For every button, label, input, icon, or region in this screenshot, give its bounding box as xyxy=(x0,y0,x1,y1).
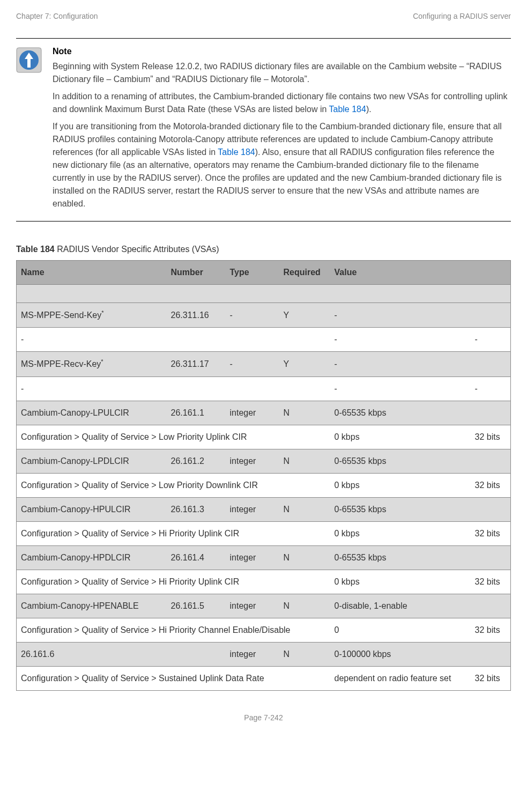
cell-size: 32 bits xyxy=(471,425,511,449)
table-row: Cambium-Canopy-HPULCIR26.161.3integerN0-… xyxy=(17,497,511,521)
table-row: --- xyxy=(17,328,511,352)
cell-number: 26.161.5 xyxy=(167,594,226,618)
cell-size: 32 bits xyxy=(471,570,511,594)
cell-default: - xyxy=(330,377,471,401)
cell-config-path: Configuration > Quality of Service > Hi … xyxy=(17,521,330,545)
cell-number: 26.311.16 xyxy=(167,303,226,328)
note-content: Note Beginning with System Release 12.0.… xyxy=(53,45,511,215)
cell-default: 0 xyxy=(330,618,471,642)
table-caption: Table 184 RADIUS Vendor Specific Attribu… xyxy=(16,243,511,256)
cell-value: 0-65535 kbps xyxy=(330,497,511,521)
cell-required: N xyxy=(279,449,330,473)
cell-config-path: Configuration > Quality of Service > Low… xyxy=(17,425,330,449)
cell-type: integer xyxy=(226,449,279,473)
cell-name: 26.161.6 xyxy=(17,642,167,666)
cell-number xyxy=(167,642,226,666)
cell-type: integer xyxy=(226,642,279,666)
vsa-table: Name Number Type Required Value MS-MPPE-… xyxy=(16,260,511,691)
table-row: Cambium-Canopy-LPDLCIR26.161.2integerN0-… xyxy=(17,449,511,473)
table-row: Cambium-Canopy-HPDLCIR26.161.4integerN0-… xyxy=(17,545,511,570)
note-title: Note xyxy=(53,45,511,58)
cell-name: Cambium-Canopy-HPULCIR xyxy=(17,497,167,521)
table-row: --- xyxy=(17,377,511,401)
table-header-row: Name Number Type Required Value xyxy=(17,261,511,285)
cell-required: N xyxy=(279,545,330,570)
th-required: Required xyxy=(279,261,330,285)
table-row: MS-MPPE-Send-Key*26.311.16-Y- xyxy=(17,303,511,328)
table-row: Configuration > Quality of Service > Hi … xyxy=(17,570,511,594)
th-name: Name xyxy=(17,261,167,285)
note-para-3: If you are transitioning from the Motoro… xyxy=(53,120,511,210)
table-row: Cambium-Canopy-LPULCIR26.161.1integerN0-… xyxy=(17,401,511,425)
cell-config-path: Configuration > Quality of Service > Hi … xyxy=(17,570,330,594)
cell-number: 26.311.17 xyxy=(167,352,226,377)
cell-required: N xyxy=(279,497,330,521)
table-row: MS-MPPE-Recv-Key*26.311.17-Y- xyxy=(17,352,511,377)
table-row xyxy=(17,285,511,303)
footnote-marker: * xyxy=(101,358,103,365)
cell-value: - xyxy=(330,352,511,377)
cell-type: integer xyxy=(226,545,279,570)
cell-required: N xyxy=(279,642,330,666)
note-block: Note Beginning with System Release 12.0.… xyxy=(16,38,511,222)
cell-default: 0 kbps xyxy=(330,570,471,594)
cell-default: 0 kbps xyxy=(330,473,471,497)
cell-value: 0-65535 kbps xyxy=(330,545,511,570)
cell-type: integer xyxy=(226,594,279,618)
cell-number: 26.161.2 xyxy=(167,449,226,473)
cell-number: 26.161.3 xyxy=(167,497,226,521)
cell-default: 0 kbps xyxy=(330,521,471,545)
table-row: Cambium-Canopy-HPENABLE26.161.5integerN0… xyxy=(17,594,511,618)
cell-config-path: - xyxy=(17,328,330,352)
header-chapter: Chapter 7: Configuration xyxy=(16,11,98,22)
table-caption-text: RADIUS Vendor Specific Attributes (VSAs) xyxy=(55,245,219,254)
footnote-marker: * xyxy=(101,309,103,316)
cell-type: - xyxy=(226,303,279,328)
note-para-2-post: ). xyxy=(366,105,372,114)
table-row: Configuration > Quality of Service > Low… xyxy=(17,473,511,497)
cell-required: Y xyxy=(279,352,330,377)
cell-config-path: - xyxy=(17,377,330,401)
note-arrow-icon xyxy=(16,47,42,73)
cell-value: 0-100000 kbps xyxy=(330,642,511,666)
cell-name: MS-MPPE-Send-Key* xyxy=(17,303,167,328)
table-184-link[interactable]: Table 184 xyxy=(329,105,366,114)
cell-size: 32 bits xyxy=(471,666,511,690)
page-number: Page 7-242 xyxy=(244,713,283,722)
cell-size: 32 bits xyxy=(471,521,511,545)
cell-type: - xyxy=(226,352,279,377)
cell-size: 32 bits xyxy=(471,473,511,497)
cell-name: MS-MPPE-Recv-Key* xyxy=(17,352,167,377)
cell-name: Cambium-Canopy-LPULCIR xyxy=(17,401,167,425)
cell-value: 0-65535 kbps xyxy=(330,401,511,425)
cell-config-path: Configuration > Quality of Service > Hi … xyxy=(17,618,330,642)
cell-name: Cambium-Canopy-HPDLCIR xyxy=(17,545,167,570)
cell-type: integer xyxy=(226,497,279,521)
blank-cell xyxy=(17,285,511,303)
th-value: Value xyxy=(330,261,511,285)
note-para-2: In addition to a renaming of attributes,… xyxy=(53,90,511,116)
table-row: Configuration > Quality of Service > Hi … xyxy=(17,618,511,642)
cell-required: Y xyxy=(279,303,330,328)
table-row: 26.161.6integerN0-100000 kbps xyxy=(17,642,511,666)
cell-required: N xyxy=(279,594,330,618)
table-row: Configuration > Quality of Service > Low… xyxy=(17,425,511,449)
cell-name: Cambium-Canopy-LPDLCIR xyxy=(17,449,167,473)
table-184-link-2[interactable]: Table 184 xyxy=(218,147,255,157)
page-footer: Page 7-242 xyxy=(16,712,511,724)
table-row: Configuration > Quality of Service > Sus… xyxy=(17,666,511,690)
cell-size: - xyxy=(471,377,511,401)
note-para-1: Beginning with System Release 12.0.2, tw… xyxy=(53,60,511,86)
cell-config-path: Configuration > Quality of Service > Sus… xyxy=(17,666,330,690)
cell-number: 26.161.1 xyxy=(167,401,226,425)
page-header: Chapter 7: Configuration Configuring a R… xyxy=(16,11,511,22)
th-number: Number xyxy=(167,261,226,285)
cell-value: 0-disable, 1-enable xyxy=(330,594,511,618)
table-row: Configuration > Quality of Service > Hi … xyxy=(17,521,511,545)
cell-config-path: Configuration > Quality of Service > Low… xyxy=(17,473,330,497)
cell-value: - xyxy=(330,303,511,328)
table-caption-label: Table 184 xyxy=(16,245,55,254)
cell-name: Cambium-Canopy-HPENABLE xyxy=(17,594,167,618)
cell-size: - xyxy=(471,328,511,352)
cell-required: N xyxy=(279,401,330,425)
